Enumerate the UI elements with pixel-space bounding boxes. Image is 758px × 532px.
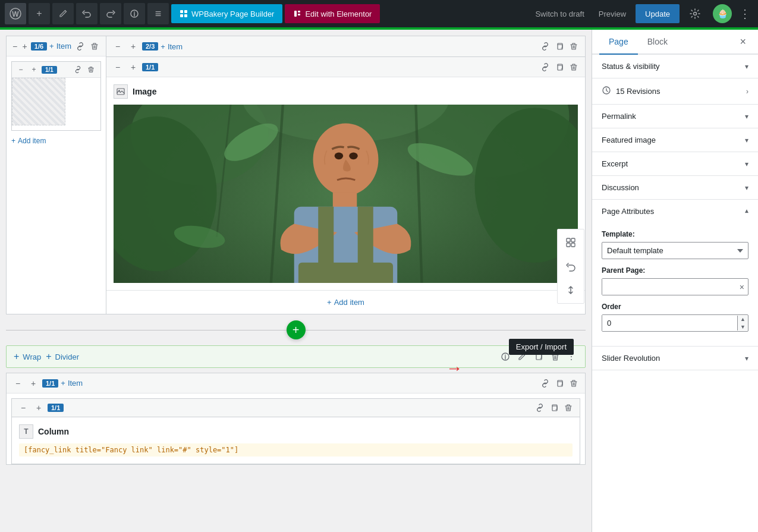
row2-inner-delete-btn[interactable] bbox=[562, 402, 575, 413]
redo-btn[interactable] bbox=[100, 3, 121, 24]
admin-bar: W + ≡ WPBakery Page B bbox=[0, 0, 758, 27]
discussion-header[interactable]: Discussion ▾ bbox=[592, 176, 758, 199]
undo-btn[interactable] bbox=[76, 3, 97, 24]
excerpt-chevron-icon: ▾ bbox=[745, 160, 748, 168]
second-row: − + 1/1 + Item bbox=[6, 373, 586, 465]
wrap-btn[interactable]: + Wrap bbox=[14, 351, 41, 362]
sort-btn[interactable] bbox=[560, 279, 581, 301]
mini-link-btn[interactable] bbox=[72, 65, 84, 74]
order-up-btn[interactable]: ▲ bbox=[738, 316, 748, 323]
row2-inner-plus[interactable]: + bbox=[32, 401, 45, 414]
inner-link-btn[interactable] bbox=[539, 62, 552, 73]
featured-image-header[interactable]: Featured image ▾ bbox=[592, 128, 758, 152]
row2-inner-copy-btn[interactable] bbox=[548, 402, 561, 413]
row2-minus-btn[interactable]: − bbox=[11, 377, 24, 390]
svg-rect-4 bbox=[184, 10, 187, 13]
row2-inner-minus[interactable]: − bbox=[17, 401, 30, 414]
right-sidebar: Page Block × Status & visibility ▾ 15 Re… bbox=[592, 30, 758, 532]
row2-inner-counter: 1/1 bbox=[48, 404, 64, 412]
parent-page-clear-btn[interactable]: × bbox=[736, 280, 748, 294]
wpbakery-btn[interactable]: WPBakery Page Builder bbox=[171, 4, 282, 23]
export-arrow: → bbox=[446, 359, 463, 378]
info-btn[interactable] bbox=[124, 3, 145, 24]
row2-add-item-btn[interactable]: + Item bbox=[61, 379, 83, 388]
add-row-btn[interactable]: + bbox=[287, 320, 306, 339]
mini-counter: 1/1 bbox=[42, 66, 57, 74]
column-icon: T bbox=[19, 424, 33, 439]
row2-link-btn[interactable] bbox=[539, 378, 552, 389]
wp-logo[interactable]: W bbox=[5, 3, 26, 24]
top-row-header: − + 2/3 + Item bbox=[106, 36, 586, 56]
template-select[interactable]: Default template Full Width Landing Page… bbox=[602, 242, 748, 259]
mini-plus-btn[interactable]: + bbox=[29, 64, 39, 75]
page-attributes-header[interactable]: Page Attributes ▾ bbox=[592, 200, 758, 223]
column-block: T Column [fancy_link title="Fancy link" … bbox=[11, 417, 580, 464]
row2-inner-icons bbox=[533, 402, 575, 413]
add-new-btn[interactable]: + bbox=[29, 3, 50, 24]
update-btn[interactable]: Update bbox=[636, 4, 680, 23]
add-item-row: + Add item bbox=[106, 290, 585, 314]
outer-row: − + 1/6 + Item bbox=[6, 36, 586, 314]
left-add-item-btn[interactable]: + Item bbox=[49, 42, 71, 51]
inner-delete-btn[interactable] bbox=[567, 62, 580, 73]
top-add-item-btn[interactable]: + Item bbox=[161, 42, 183, 51]
svg-rect-6 bbox=[184, 14, 187, 17]
svg-rect-38 bbox=[552, 406, 557, 411]
tab-block[interactable]: Block bbox=[638, 30, 677, 53]
shortcode-text: [fancy_link title="Fancy link" link="#" … bbox=[19, 443, 573, 457]
more-options-btn[interactable]: ⋮ bbox=[737, 7, 753, 21]
excerpt-header[interactable]: Excerpt ▾ bbox=[592, 152, 758, 175]
left-plus-btn[interactable]: + bbox=[21, 40, 28, 53]
top-plus-btn[interactable]: + bbox=[127, 40, 140, 53]
menu-btn[interactable]: ≡ bbox=[147, 3, 169, 24]
plus-circle-container: + bbox=[6, 320, 586, 339]
elementor-btn[interactable]: Edit with Elementor bbox=[285, 4, 380, 23]
grid-view-btn[interactable] bbox=[560, 232, 581, 253]
order-down-btn[interactable]: ▼ bbox=[738, 323, 748, 331]
top-delete-btn[interactable] bbox=[567, 41, 580, 52]
undo-action-btn[interactable] bbox=[560, 256, 581, 277]
row2-plus-btn[interactable]: + bbox=[27, 377, 40, 390]
sidebar-close-btn[interactable]: × bbox=[735, 30, 751, 53]
featured-image-chevron-icon: ▾ bbox=[745, 136, 748, 144]
wpbakery-label: WPBakery Page Builder bbox=[191, 10, 274, 18]
left-minus-btn[interactable]: − bbox=[11, 40, 18, 53]
mini-delete-btn[interactable] bbox=[85, 65, 97, 74]
mini-minus-btn[interactable]: − bbox=[15, 64, 26, 75]
top-link-btn[interactable] bbox=[539, 41, 552, 52]
settings-btn[interactable] bbox=[684, 3, 706, 24]
add-item-inner-btn[interactable]: + Add item bbox=[327, 298, 364, 307]
switch-draft-btn[interactable]: Switch to draft bbox=[530, 7, 589, 21]
mini-add-item-btn[interactable]: + Add item bbox=[11, 134, 46, 147]
status-visibility-header[interactable]: Status & visibility ▾ bbox=[592, 55, 758, 78]
left-delete-btn[interactable] bbox=[88, 41, 101, 52]
revisions-section[interactable]: 15 Revisions › bbox=[592, 78, 758, 105]
permalink-header[interactable]: Permalink ▾ bbox=[592, 105, 758, 128]
excerpt-section: Excerpt ▾ bbox=[592, 152, 758, 176]
row2-inner-link-btn[interactable] bbox=[533, 402, 546, 413]
svg-rect-9 bbox=[298, 14, 300, 15]
slider-revolution-header[interactable]: Slider Revolution ▾ bbox=[592, 347, 758, 370]
tab-page[interactable]: Page bbox=[599, 30, 638, 53]
edit-btn[interactable] bbox=[52, 3, 74, 24]
admin-bar-right: Switch to draft Preview Update 🧁 ⋮ bbox=[530, 3, 753, 24]
template-label: Template: bbox=[602, 230, 748, 238]
row2-copy-btn[interactable] bbox=[553, 378, 566, 389]
left-counter: 1/6 bbox=[31, 42, 47, 51]
main-content-col: − + 2/3 + Item bbox=[106, 36, 586, 314]
svg-rect-3 bbox=[180, 10, 183, 13]
svg-rect-39 bbox=[567, 238, 570, 242]
svg-rect-40 bbox=[571, 238, 575, 242]
top-minus-btn[interactable]: − bbox=[111, 40, 124, 53]
inner-plus-btn[interactable]: + bbox=[127, 61, 140, 74]
preview-btn[interactable]: Preview bbox=[594, 7, 631, 21]
row2-delete-btn[interactable] bbox=[567, 378, 580, 389]
order-input[interactable] bbox=[602, 315, 737, 331]
top-copy-btn[interactable] bbox=[553, 41, 566, 52]
inner-copy-btn[interactable] bbox=[553, 62, 566, 73]
left-link-btn[interactable] bbox=[74, 41, 87, 52]
divider-btn[interactable]: + Divider bbox=[46, 351, 79, 362]
right-action-icons bbox=[557, 229, 584, 304]
inner-minus-btn[interactable]: − bbox=[111, 61, 124, 74]
parent-page-input[interactable] bbox=[602, 279, 736, 295]
